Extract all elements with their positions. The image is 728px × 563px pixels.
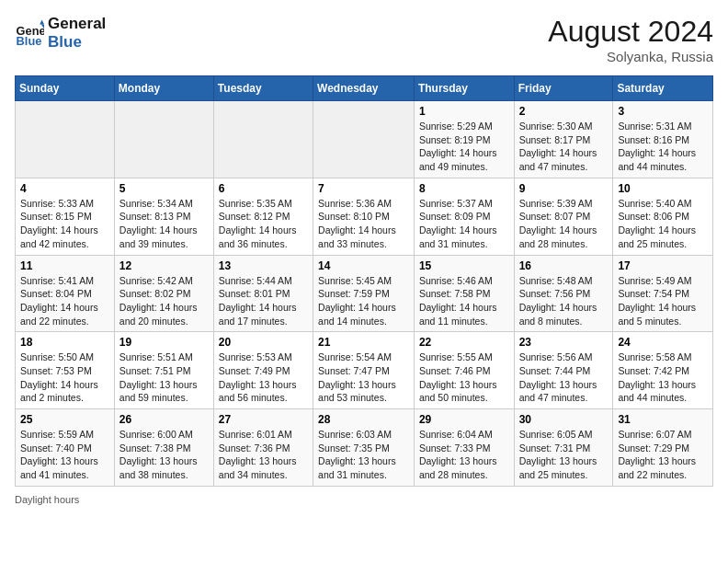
day-info: Sunrise: 6:01 AM Sunset: 7:36 PM Dayligh… — [219, 428, 308, 482]
table-row: 5Sunrise: 5:34 AM Sunset: 8:13 PM Daylig… — [114, 178, 213, 255]
svg-marker-2 — [40, 20, 44, 25]
table-row: 15Sunrise: 5:46 AM Sunset: 7:58 PM Dayli… — [414, 255, 514, 332]
day-number: 29 — [419, 413, 509, 426]
day-number: 12 — [119, 259, 209, 272]
col-monday: Monday — [114, 76, 213, 101]
table-row: 18Sunrise: 5:50 AM Sunset: 7:53 PM Dayli… — [16, 332, 115, 409]
table-row: 31Sunrise: 6:07 AM Sunset: 7:29 PM Dayli… — [613, 409, 713, 487]
col-friday: Friday — [514, 76, 613, 101]
day-info: Sunrise: 5:37 AM Sunset: 8:09 PM Dayligh… — [419, 197, 509, 251]
day-number: 5 — [119, 182, 209, 195]
table-row: 6Sunrise: 5:35 AM Sunset: 8:12 PM Daylig… — [213, 178, 313, 255]
table-row: 16Sunrise: 5:48 AM Sunset: 7:56 PM Dayli… — [514, 255, 613, 332]
day-info: Sunrise: 5:49 AM Sunset: 7:54 PM Dayligh… — [618, 274, 708, 328]
location-subtitle: Solyanka, Russia — [548, 49, 713, 64]
col-tuesday: Tuesday — [213, 76, 313, 101]
title-block: August 2024 Solyanka, Russia — [548, 15, 713, 64]
day-info: Sunrise: 6:04 AM Sunset: 7:33 PM Dayligh… — [419, 428, 509, 482]
day-number: 2 — [519, 105, 609, 118]
table-row: 24Sunrise: 5:58 AM Sunset: 7:42 PM Dayli… — [613, 332, 713, 409]
table-row — [313, 101, 415, 178]
day-number: 30 — [519, 413, 609, 426]
day-number: 1 — [419, 105, 509, 118]
table-row: 30Sunrise: 6:05 AM Sunset: 7:31 PM Dayli… — [514, 409, 613, 487]
day-info: Sunrise: 5:54 AM Sunset: 7:47 PM Dayligh… — [318, 350, 409, 405]
table-row: 20Sunrise: 5:53 AM Sunset: 7:49 PM Dayli… — [213, 332, 313, 409]
table-row: 2Sunrise: 5:30 AM Sunset: 8:17 PM Daylig… — [514, 101, 613, 178]
day-info: Sunrise: 5:34 AM Sunset: 8:13 PM Dayligh… — [119, 197, 209, 251]
table-row: 19Sunrise: 5:51 AM Sunset: 7:51 PM Dayli… — [114, 332, 213, 409]
day-number: 10 — [618, 182, 708, 195]
day-info: Sunrise: 5:30 AM Sunset: 8:17 PM Dayligh… — [519, 120, 609, 174]
day-info: Sunrise: 5:53 AM Sunset: 7:49 PM Dayligh… — [219, 350, 308, 405]
calendar-week-row: 11Sunrise: 5:41 AM Sunset: 8:04 PM Dayli… — [16, 255, 713, 332]
day-number: 19 — [119, 336, 209, 349]
day-info: Sunrise: 5:45 AM Sunset: 7:59 PM Dayligh… — [318, 274, 409, 328]
day-number: 8 — [419, 182, 509, 195]
day-number: 3 — [618, 105, 708, 118]
table-row: 17Sunrise: 5:49 AM Sunset: 7:54 PM Dayli… — [613, 255, 713, 332]
col-thursday: Thursday — [414, 76, 514, 101]
day-number: 4 — [20, 182, 109, 195]
table-row: 27Sunrise: 6:01 AM Sunset: 7:36 PM Dayli… — [213, 409, 313, 487]
day-number: 23 — [519, 336, 609, 349]
logo-blue: Blue — [48, 33, 106, 52]
day-number: 31 — [618, 413, 708, 426]
table-row: 26Sunrise: 6:00 AM Sunset: 7:38 PM Dayli… — [114, 409, 213, 487]
day-info: Sunrise: 5:56 AM Sunset: 7:44 PM Dayligh… — [519, 350, 609, 405]
table-row: 10Sunrise: 5:40 AM Sunset: 8:06 PM Dayli… — [613, 178, 713, 255]
day-info: Sunrise: 5:55 AM Sunset: 7:46 PM Dayligh… — [419, 350, 509, 405]
calendar-week-row: 18Sunrise: 5:50 AM Sunset: 7:53 PM Dayli… — [16, 332, 713, 409]
table-row: 29Sunrise: 6:04 AM Sunset: 7:33 PM Dayli… — [414, 409, 514, 487]
day-info: Sunrise: 5:31 AM Sunset: 8:16 PM Dayligh… — [618, 120, 708, 174]
day-info: Sunrise: 5:50 AM Sunset: 7:53 PM Dayligh… — [20, 350, 109, 405]
day-info: Sunrise: 5:36 AM Sunset: 8:10 PM Dayligh… — [318, 197, 409, 251]
day-info: Sunrise: 5:29 AM Sunset: 8:19 PM Dayligh… — [419, 120, 509, 174]
day-info: Sunrise: 5:51 AM Sunset: 7:51 PM Dayligh… — [119, 350, 209, 405]
table-row — [213, 101, 313, 178]
day-info: Sunrise: 5:46 AM Sunset: 7:58 PM Dayligh… — [419, 274, 509, 328]
day-info: Sunrise: 5:44 AM Sunset: 8:01 PM Dayligh… — [219, 274, 308, 328]
day-number: 18 — [20, 336, 109, 349]
table-row: 21Sunrise: 5:54 AM Sunset: 7:47 PM Dayli… — [313, 332, 415, 409]
logo: General Blue General Blue — [15, 15, 106, 52]
table-row: 22Sunrise: 5:55 AM Sunset: 7:46 PM Dayli… — [414, 332, 514, 409]
day-info: Sunrise: 5:39 AM Sunset: 8:07 PM Dayligh… — [519, 197, 609, 251]
day-info: Sunrise: 5:40 AM Sunset: 8:06 PM Dayligh… — [618, 197, 708, 251]
table-row: 9Sunrise: 5:39 AM Sunset: 8:07 PM Daylig… — [514, 178, 613, 255]
table-row — [16, 101, 115, 178]
col-saturday: Saturday — [613, 76, 713, 101]
table-row: 28Sunrise: 6:03 AM Sunset: 7:35 PM Dayli… — [313, 409, 415, 487]
day-number: 26 — [119, 413, 209, 426]
table-row: 12Sunrise: 5:42 AM Sunset: 8:02 PM Dayli… — [114, 255, 213, 332]
day-number: 16 — [519, 259, 609, 272]
footer-note: Daylight hours — [15, 494, 713, 505]
day-number: 9 — [519, 182, 609, 195]
table-row: 11Sunrise: 5:41 AM Sunset: 8:04 PM Dayli… — [16, 255, 115, 332]
day-number: 20 — [219, 336, 308, 349]
day-number: 6 — [219, 182, 308, 195]
day-info: Sunrise: 5:48 AM Sunset: 7:56 PM Dayligh… — [519, 274, 609, 328]
table-row: 14Sunrise: 5:45 AM Sunset: 7:59 PM Dayli… — [313, 255, 415, 332]
day-info: Sunrise: 5:42 AM Sunset: 8:02 PM Dayligh… — [119, 274, 209, 328]
logo-icon: General Blue — [15, 18, 44, 48]
calendar-week-row: 1Sunrise: 5:29 AM Sunset: 8:19 PM Daylig… — [16, 101, 713, 178]
day-info: Sunrise: 5:58 AM Sunset: 7:42 PM Dayligh… — [618, 350, 708, 405]
day-info: Sunrise: 6:05 AM Sunset: 7:31 PM Dayligh… — [519, 428, 609, 482]
table-row: 1Sunrise: 5:29 AM Sunset: 8:19 PM Daylig… — [414, 101, 514, 178]
day-number: 7 — [318, 182, 409, 195]
day-number: 27 — [219, 413, 308, 426]
day-info: Sunrise: 5:41 AM Sunset: 8:04 PM Dayligh… — [20, 274, 109, 328]
day-info: Sunrise: 5:35 AM Sunset: 8:12 PM Dayligh… — [219, 197, 308, 251]
calendar-header-row: Sunday Monday Tuesday Wednesday Thursday… — [16, 76, 713, 101]
col-wednesday: Wednesday — [313, 76, 415, 101]
table-row: 23Sunrise: 5:56 AM Sunset: 7:44 PM Dayli… — [514, 332, 613, 409]
day-info: Sunrise: 6:07 AM Sunset: 7:29 PM Dayligh… — [618, 428, 708, 482]
day-number: 22 — [419, 336, 509, 349]
day-number: 17 — [618, 259, 708, 272]
month-year-title: August 2024 — [548, 15, 713, 49]
page-header: General Blue General Blue August 2024 So… — [15, 15, 713, 64]
table-row: 25Sunrise: 5:59 AM Sunset: 7:40 PM Dayli… — [16, 409, 115, 487]
day-info: Sunrise: 6:03 AM Sunset: 7:35 PM Dayligh… — [318, 428, 409, 482]
day-number: 15 — [419, 259, 509, 272]
